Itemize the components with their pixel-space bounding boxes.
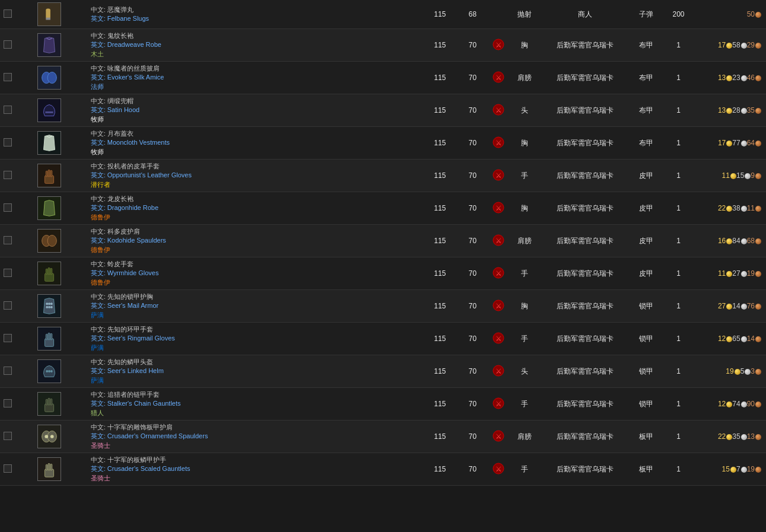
item-en-name[interactable]: 英文: Mooncloth Vestments (91, 138, 170, 147)
slot: 肩膀 (508, 420, 541, 453)
table-row: 中文: 先知的鳞甲头盔 英文: Seer's Linked Helm 萨满 11… (0, 355, 766, 388)
req-level: 70 (456, 29, 489, 62)
quantity: 1 (662, 355, 695, 388)
row-checkbox[interactable] (0, 290, 15, 323)
item-name-cell: 中文: 科多皮护肩 英文: Kodohide Spaulders 德鲁伊 (84, 225, 424, 257)
item-icon-cell[interactable] (15, 94, 84, 127)
armor-type: 皮甲 (630, 192, 662, 225)
item-en-name[interactable]: 英文: Evoker's Silk Amice (91, 73, 164, 82)
source: 后勤军需官乌瑞卡 (541, 127, 630, 160)
item-en-name[interactable]: 英文: Dreadweave Robe (91, 40, 161, 49)
price: 132346 (695, 62, 766, 94)
svg-text:⚔: ⚔ (495, 204, 502, 212)
item-en-name[interactable]: 英文: Kodohide Spaulders (91, 236, 166, 245)
svg-text:⚔: ⚔ (495, 41, 502, 49)
quantity: 1 (662, 323, 695, 355)
price: 127490 (695, 388, 766, 420)
item-icon-cell[interactable] (15, 192, 84, 225)
req-level: 70 (456, 94, 489, 127)
faction-icon-cell: ⚔ (489, 257, 508, 290)
svg-point-42 (48, 302, 50, 305)
row-checkbox[interactable] (0, 0, 15, 29)
slot: 胸 (508, 192, 541, 225)
item-en-name[interactable]: 英文: Felbane Slugs (91, 14, 149, 23)
source: 后勤军需官乌瑞卡 (541, 257, 630, 290)
svg-text:⚔: ⚔ (495, 465, 502, 473)
item-icon-cell[interactable] (15, 62, 84, 94)
svg-rect-20 (46, 171, 48, 177)
row-checkbox[interactable] (0, 160, 15, 192)
item-en-name[interactable]: 英文: Wyrmhide Gloves (91, 269, 159, 278)
item-name-cell: 中文: 鬼纹长袍 英文: Dreadweave Robe 木土 (84, 29, 424, 62)
row-checkbox[interactable] (0, 355, 15, 388)
item-icon-cell[interactable] (15, 388, 84, 420)
item-en-name[interactable]: 英文: Stalker's Chain Gauntlets (91, 399, 181, 408)
item-en-name[interactable]: 英文: Seer's Linked Helm (91, 367, 164, 375)
row-checkbox[interactable] (0, 453, 15, 486)
row-checkbox[interactable] (0, 323, 15, 355)
row-checkbox[interactable] (0, 257, 15, 290)
row-checkbox[interactable] (0, 94, 15, 127)
row-checkbox[interactable] (0, 388, 15, 420)
item-en-name[interactable]: 英文: Opportunist's Leather Gloves (91, 171, 192, 180)
source: 后勤军需官乌瑞卡 (541, 290, 630, 323)
item-icon-cell[interactable] (15, 453, 84, 486)
row-checkbox[interactable] (0, 29, 15, 62)
svg-text:⚔: ⚔ (495, 237, 502, 245)
faction-icon-cell: ⚔ (489, 160, 508, 192)
item-en-name[interactable]: 英文: Satin Hood (91, 106, 140, 114)
item-en-name[interactable]: 英文: Seer's Mail Armor (91, 301, 159, 310)
item-icon-cell[interactable] (15, 127, 84, 160)
item-icon (37, 2, 61, 26)
item-icon-cell[interactable] (15, 420, 84, 453)
svg-rect-22 (50, 170, 52, 176)
item-name-cell: 中文: 投机者的皮革手套 英文: Opportunist's Leather G… (84, 160, 424, 192)
item-icon-cell[interactable] (15, 160, 84, 192)
faction-icon-cell: ⚔ (489, 355, 508, 388)
item-icon-cell[interactable] (15, 29, 84, 62)
faction-icon-cell: ⚔ (489, 127, 508, 160)
item-icon-cell[interactable] (15, 225, 84, 257)
item-en-name[interactable]: 英文: Crusader's Scaled Gauntlets (91, 464, 190, 473)
row-checkbox[interactable] (0, 62, 15, 94)
row-checkbox[interactable] (0, 225, 15, 257)
item-level: 115 (424, 257, 456, 290)
svg-rect-53 (50, 333, 52, 339)
req-level: 70 (456, 257, 489, 290)
svg-text:⚔: ⚔ (495, 432, 502, 441)
table-row: 中文: 咏魔者的丝质披肩 英文: Evoker's Silk Amice 法师 … (0, 62, 766, 94)
item-en-name[interactable]: 英文: Dragonhide Robe (91, 203, 158, 212)
quantity: 1 (662, 290, 695, 323)
price: 223811 (695, 192, 766, 225)
svg-rect-37 (50, 268, 52, 274)
item-en-name[interactable]: 英文: Crusader's Ornamented Spaulders (91, 432, 208, 441)
price: 168468 (695, 225, 766, 257)
row-checkbox[interactable] (0, 192, 15, 225)
table-row: 中文: 先知的环甲手套 英文: Seer's Ringmail Gloves 萨… (0, 323, 766, 355)
svg-rect-52 (48, 333, 50, 340)
source: 后勤军需官乌瑞卡 (541, 225, 630, 257)
item-icon-cell[interactable] (15, 257, 84, 290)
item-cn-name: 中文: 先知的环甲手套 (91, 325, 175, 334)
item-icon-cell[interactable] (15, 290, 84, 323)
item-icon (37, 327, 61, 351)
item-icon-cell[interactable] (15, 323, 84, 355)
source: 后勤军需官乌瑞卡 (541, 420, 630, 453)
row-checkbox[interactable] (0, 420, 15, 453)
quantity: 1 (662, 453, 695, 486)
item-en-name[interactable]: 英文: Seer's Ringmail Gloves (91, 334, 175, 343)
item-cn-name: 中文: 投机者的皮革手套 (91, 162, 192, 171)
faction-icon-cell: ⚔ (489, 192, 508, 225)
armor-type: 子弹 (630, 0, 662, 29)
table-row: 中文: 鬼纹长袍 英文: Dreadweave Robe 木土 115 70 ⚔… (0, 29, 766, 62)
slot: 肩膀 (508, 62, 541, 94)
price: 126514 (695, 323, 766, 355)
slot: 手 (508, 160, 541, 192)
source: 后勤军需官乌瑞卡 (541, 29, 630, 62)
svg-point-43 (50, 302, 53, 305)
req-level: 70 (456, 420, 489, 453)
item-icon-cell[interactable] (15, 0, 84, 29)
item-icon-cell[interactable] (15, 355, 84, 388)
row-checkbox[interactable] (0, 127, 15, 160)
req-level: 70 (456, 290, 489, 323)
